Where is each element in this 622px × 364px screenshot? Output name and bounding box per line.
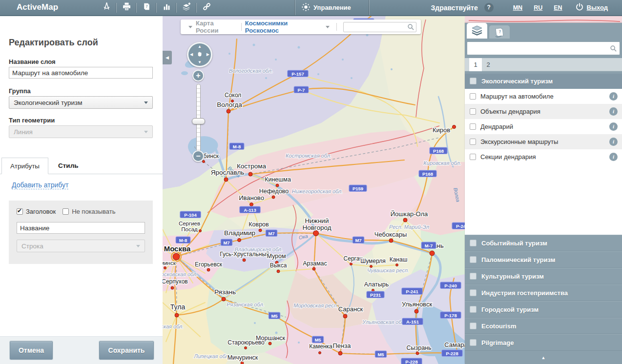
zoom-slider-handle[interactable]: [192, 118, 205, 124]
road-badge-label: Р159: [352, 186, 363, 191]
chevron-down-icon[interactable]: [326, 26, 330, 28]
management-label: Управление: [313, 4, 351, 11]
city-dot: [396, 264, 398, 266]
pan-left-arrow[interactable]: ◀: [190, 53, 193, 57]
layers-search-input[interactable]: [467, 42, 620, 55]
search-icon[interactable]: [407, 23, 415, 33]
layer-row[interactable]: Экскурсионные маршрутыi: [465, 134, 622, 149]
group-checkbox[interactable]: [470, 78, 477, 84]
hide-checkbox[interactable]: [62, 208, 69, 215]
city-dot: [259, 229, 262, 232]
map-search-input[interactable]: [343, 22, 416, 32]
group-checkbox[interactable]: [470, 273, 477, 280]
pan-right-arrow[interactable]: ▶: [207, 53, 209, 57]
page-2[interactable]: 2: [482, 58, 495, 71]
group-header[interactable]: Событийный туризм: [465, 235, 622, 251]
info-icon[interactable]: i: [609, 153, 618, 161]
info-icon[interactable]: i: [609, 138, 618, 146]
group-checkbox[interactable]: [470, 323, 477, 329]
group-name: Индустрия гостеприимства: [481, 289, 568, 297]
title-checkbox[interactable]: [17, 208, 23, 215]
city-dot: [415, 309, 418, 313]
city-dot: [272, 196, 275, 199]
add-layer-button[interactable]: [177, 0, 196, 15]
info-icon[interactable]: i: [609, 122, 618, 131]
panel-scroll-footer[interactable]: ▲: [465, 351, 622, 364]
add-attribute-link[interactable]: Добавить атрибут: [12, 181, 68, 189]
group-header[interactable]: Pilgrimage: [465, 334, 622, 351]
save-button[interactable]: Сохранить: [99, 341, 154, 360]
lang-en[interactable]: EN: [554, 4, 562, 11]
page-1[interactable]: 1: [469, 58, 482, 71]
layer-checkbox[interactable]: [470, 139, 476, 145]
map-layer-switcher: Карта России Космоснимки Роскосмос: [181, 20, 421, 34]
zoom-in-button[interactable]: +: [192, 70, 204, 81]
group-header[interactable]: Городской туризм: [465, 301, 622, 318]
pan-control[interactable]: ▲ ▶ ▼ ◀: [187, 42, 212, 67]
group-header[interactable]: Паломнический туризм: [465, 251, 622, 268]
layer-row[interactable]: Секции дендрарияi: [465, 149, 622, 164]
layer-checkbox[interactable]: [470, 108, 476, 115]
road-badge-label: Р-241: [406, 289, 418, 294]
zoom-out-button[interactable]: −: [192, 150, 204, 162]
management-button[interactable]: Управление: [302, 0, 351, 15]
group-header-expanded[interactable]: Экологический туризм: [465, 74, 622, 89]
help-button[interactable]: ?: [484, 3, 494, 12]
info-icon[interactable]: i: [609, 107, 618, 116]
chevron-down-icon[interactable]: [188, 26, 192, 28]
measure-tool-button[interactable]: [97, 0, 116, 15]
group-checkbox[interactable]: [470, 240, 477, 246]
logout-button[interactable]: Выход: [575, 2, 608, 13]
print-button[interactable]: [117, 0, 136, 15]
group-header[interactable]: Культурный туризм: [465, 268, 622, 284]
group-checkbox[interactable]: [470, 306, 477, 313]
zoom-slider[interactable]: [196, 84, 201, 156]
group-checkbox[interactable]: [470, 289, 477, 296]
city-dot: [416, 352, 419, 355]
lang-mn[interactable]: MN: [513, 4, 522, 11]
tab-attributes[interactable]: Атрибуты: [1, 158, 48, 174]
lang-ru[interactable]: RU: [534, 4, 542, 11]
pan-down-arrow[interactable]: ▼: [198, 61, 202, 64]
city-label: Серпухов: [163, 278, 188, 285]
city-label: Арзамас: [303, 260, 327, 267]
group-select[interactable]: Экологический туризм: [9, 96, 153, 109]
city-label: Сызрань: [406, 344, 431, 351]
layer-row[interactable]: Маршрут на автомобилеi: [465, 89, 622, 104]
layer-checkbox[interactable]: [470, 93, 476, 100]
statistics-button[interactable]: [157, 0, 176, 15]
layer-checkbox[interactable]: [470, 123, 476, 130]
collapse-left-panel-button[interactable]: ◀: [163, 51, 172, 64]
city-label: Староюрьево: [228, 339, 265, 346]
road-badge-label: Р-240: [444, 283, 456, 288]
attribute-name-input[interactable]: [17, 222, 145, 234]
group-header[interactable]: Ecotourism: [465, 318, 622, 334]
layer-name-input[interactable]: [9, 67, 153, 79]
link-button[interactable]: [197, 0, 216, 15]
attribute-type-value: Строка: [21, 243, 43, 250]
group-header[interactable]: Индустрия гостеприимства: [465, 284, 622, 301]
tab-layers[interactable]: [467, 23, 487, 39]
city-label: Алатырь: [364, 281, 389, 288]
layer-row[interactable]: Объекты дендрарияi: [465, 104, 622, 119]
guide-button[interactable]: ?: [137, 0, 156, 15]
group-checkbox[interactable]: [470, 256, 477, 263]
measure-tool-icon: [102, 2, 111, 13]
info-icon[interactable]: i: [609, 92, 618, 101]
city-label: Егорьевск: [195, 261, 223, 268]
road-badge-label: Р-228: [405, 359, 417, 364]
active-map-label[interactable]: Космоснимки Роскосмос: [245, 20, 322, 34]
cancel-button[interactable]: Отмена: [10, 341, 53, 360]
add-layer-icon: [182, 2, 191, 14]
pan-up-arrow[interactable]: ▲: [198, 45, 202, 49]
layer-row[interactable]: Дендрарийi: [465, 119, 622, 134]
search-icon[interactable]: [610, 45, 617, 54]
city-dot: [171, 286, 174, 289]
road-badge-label: А-113: [244, 207, 256, 213]
tab-style[interactable]: Стиль: [50, 158, 87, 174]
layer-checkbox[interactable]: [470, 154, 476, 160]
base-map-label[interactable]: Карта России: [196, 20, 238, 34]
group-checkbox[interactable]: [470, 339, 477, 346]
tab-legend[interactable]: ?: [489, 25, 510, 39]
city-dot: [250, 203, 253, 206]
